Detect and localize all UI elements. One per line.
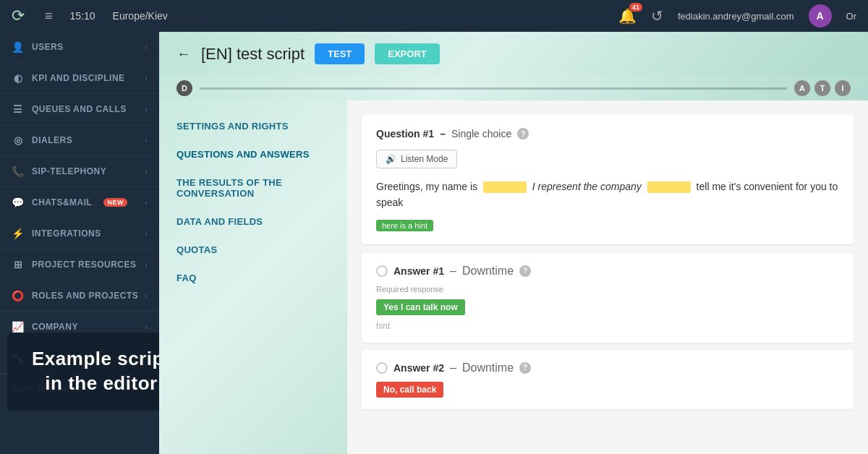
answer-1-sep: –: [450, 265, 456, 278]
answer-card-2: Answer #2 – Downtime ? No, call back: [362, 350, 854, 409]
sidebar-label-users: USERS: [32, 42, 64, 52]
progress-dot-t: T: [814, 80, 830, 96]
answer-2-help-icon[interactable]: ?: [519, 362, 531, 374]
notification-bell[interactable]: 🔔 41: [618, 7, 637, 25]
topbar-timezone: Europe/Kiev: [113, 10, 168, 22]
response-tag-2-red: No, call back: [376, 382, 443, 398]
chevron-icon: ›: [145, 261, 148, 269]
name-blank: [483, 181, 527, 193]
answer-1-help-icon[interactable]: ?: [519, 265, 531, 277]
user-email: fediakin.andrey@gmail.com: [678, 11, 794, 22]
progress-line: [200, 87, 787, 90]
sidebar-label-queues: QUEUES AND CALLS: [32, 104, 127, 114]
test-button[interactable]: TEST: [315, 43, 365, 64]
sidebar-item-project[interactable]: ⊞ PROJECT RESOURCES ›: [0, 249, 159, 280]
speaker-icon: 🔊: [386, 154, 396, 164]
question-title: Question #1 – Single choice ?: [376, 128, 839, 140]
back-button[interactable]: ←: [176, 46, 191, 62]
users-icon: 👤: [12, 41, 25, 53]
listen-mode-button[interactable]: 🔊 Listen Mode: [376, 150, 457, 168]
chevron-icon: ›: [145, 230, 148, 238]
question-type: Single choice: [451, 128, 511, 140]
answer-2-radio[interactable]: [376, 362, 388, 374]
sidebar-label-kpi: KPI AND DISCIPLINE: [32, 73, 125, 83]
hamburger-icon[interactable]: ≡: [45, 9, 53, 24]
progress-bar: D A T I: [159, 76, 868, 100]
sidebar-item-roles[interactable]: ⭕ ROLES AND PROJECTS ›: [0, 280, 159, 312]
sidebar-label-company: COMPANY: [32, 322, 78, 332]
greeting-part1: Greetings, my name is: [376, 181, 477, 192]
export-button[interactable]: EXPORT: [375, 43, 439, 64]
chevron-icon: ›: [145, 43, 148, 51]
chevron-icon: ›: [145, 323, 148, 331]
sidebar: 👤 USERS › ◐ KPI AND DISCIPLINE › ☰ QUEUE…: [0, 32, 159, 454]
answer-2-header: Answer #2 – Downtime ?: [376, 361, 839, 374]
greeting-part2: I represent the company: [532, 181, 642, 192]
chats-icon: 💬: [12, 197, 25, 208]
question-number: Question #1: [376, 128, 434, 140]
sidebar-item-sip[interactable]: 📞 SIP-TELEPHONY ›: [0, 156, 159, 187]
nav-faq[interactable]: FAQ: [159, 264, 347, 292]
overlay-tooltip: Example script in the editor: [7, 333, 159, 411]
sidebar-item-integrations[interactable]: ⚡ INTEGRATIONS ›: [0, 218, 159, 249]
left-nav: SETTINGS AND RIGHTS QUESTIONS AND ANSWER…: [159, 100, 347, 454]
answer-2-sep: –: [450, 361, 456, 374]
chevron-icon: ›: [145, 106, 148, 113]
history-icon[interactable]: ↺: [651, 7, 663, 25]
required-response-label: Required response: [376, 285, 839, 294]
progress-start-dot: D: [176, 80, 192, 96]
sidebar-label-sip: SIP-TELEPHONY: [32, 166, 106, 176]
sidebar-item-kpi[interactable]: ◐ KPI AND DISCIPLINE ›: [0, 63, 159, 94]
answer-1-radio[interactable]: [376, 265, 388, 277]
chevron-icon: ›: [145, 199, 148, 207]
dialers-icon: ◎: [12, 134, 25, 146]
kpi-icon: ◐: [12, 72, 25, 84]
script-title: [EN] test script: [201, 45, 305, 64]
integrations-icon: ⚡: [12, 228, 25, 239]
queues-icon: ☰: [12, 103, 25, 115]
new-badge: NEW: [103, 198, 127, 207]
help-icon[interactable]: ?: [517, 128, 529, 140]
sip-icon: 📞: [12, 166, 25, 177]
username-label: Or: [846, 11, 856, 22]
answer-2-title: Answer #2: [393, 362, 444, 374]
sidebar-label-integrations: INTEGRATIONS: [32, 228, 101, 239]
question-card: Question #1 – Single choice ? 🔊 Listen M…: [362, 115, 854, 244]
nav-quotas[interactable]: QUOTAS: [159, 236, 347, 264]
notification-badge: 41: [629, 3, 642, 12]
tooltip-text: Example script in the editor: [32, 348, 159, 394]
avatar[interactable]: A: [809, 4, 832, 27]
project-icon: ⊞: [12, 259, 25, 270]
greeting-text: Greetings, my name is I represent the co…: [376, 179, 839, 211]
sidebar-item-queues[interactable]: ☰ QUEUES AND CALLS ›: [0, 94, 159, 125]
company-blank: [647, 181, 691, 193]
nav-results[interactable]: THE RESULTS OF THE CONVERSATION: [159, 168, 347, 207]
sidebar-item-chats[interactable]: 💬 CHATS&MAIL NEW ›: [0, 187, 159, 218]
topbar: ⟳ ≡ 15:10 Europe/Kiev 🔔 41 ↺ fediakin.an…: [0, 0, 868, 32]
answer-1-hint: hint: [376, 321, 839, 331]
answer-1-type: Downtime: [462, 265, 514, 278]
sidebar-item-users[interactable]: 👤 USERS ›: [0, 32, 159, 63]
progress-dot-i: I: [835, 80, 851, 96]
roles-icon: ⭕: [12, 290, 25, 301]
response-tag-1: Yes I can talk now: [376, 299, 465, 315]
script-header: ← [EN] test script TEST EXPORT: [159, 32, 868, 76]
nav-questions[interactable]: QUESTIONS AND ANSWERS: [159, 140, 347, 168]
chevron-icon: ›: [145, 292, 148, 300]
sidebar-item-dialers[interactable]: ◎ DIALERS ›: [0, 125, 159, 156]
sidebar-label-roles: ROLES AND PROJECTS: [32, 291, 138, 301]
logo-icon[interactable]: ⟳: [12, 7, 25, 25]
progress-dot-a: A: [794, 80, 810, 96]
topbar-time: 15:10: [70, 10, 95, 22]
content-body: SETTINGS AND RIGHTS QUESTIONS AND ANSWER…: [159, 100, 868, 454]
company-icon: 📈: [12, 321, 25, 333]
answer-2-type: Downtime: [462, 361, 514, 374]
nav-data[interactable]: DATA AND FIELDS: [159, 207, 347, 236]
chevron-icon: ›: [145, 168, 148, 176]
answer-card-1: Answer #1 – Downtime ? Required response…: [362, 253, 854, 343]
main-layout: 👤 USERS › ◐ KPI AND DISCIPLINE › ☰ QUEUE…: [0, 32, 868, 454]
question-separator: –: [440, 128, 446, 140]
content-area: ← [EN] test script TEST EXPORT D A T I S…: [159, 32, 868, 454]
chevron-icon: ›: [145, 137, 148, 145]
nav-settings[interactable]: SETTINGS AND RIGHTS: [159, 112, 347, 140]
